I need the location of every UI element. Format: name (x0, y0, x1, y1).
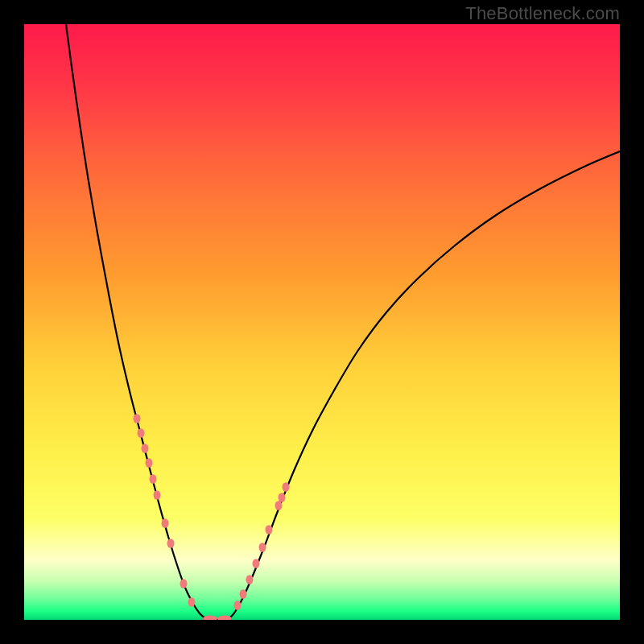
curve-left-arm (66, 24, 205, 618)
data-marker (180, 579, 188, 588)
data-marker (138, 428, 145, 438)
data-marker (142, 444, 149, 453)
data-marker (234, 601, 242, 610)
data-marker (266, 525, 273, 535)
data-marker (134, 414, 141, 423)
watermark-text: TheBottleneck.com (465, 3, 620, 24)
data-marker (188, 597, 196, 607)
data-marker (275, 501, 283, 510)
data-marker (279, 493, 286, 502)
data-marker (259, 543, 266, 552)
data-marker-pill (203, 616, 217, 621)
data-marker (253, 559, 260, 568)
data-marker (283, 482, 290, 492)
data-marker (154, 490, 161, 500)
plot-area (24, 24, 620, 620)
data-marker (162, 518, 169, 528)
chart-frame: TheBottleneck.com (0, 0, 644, 644)
data-marker (167, 539, 175, 548)
curve-layer (24, 24, 620, 620)
data-marker (146, 458, 153, 468)
data-marker (150, 474, 157, 484)
data-marker (240, 589, 247, 599)
data-markers (134, 414, 290, 620)
curve-right-arm (229, 151, 620, 618)
data-marker (246, 575, 254, 584)
data-marker-pill (217, 616, 232, 621)
